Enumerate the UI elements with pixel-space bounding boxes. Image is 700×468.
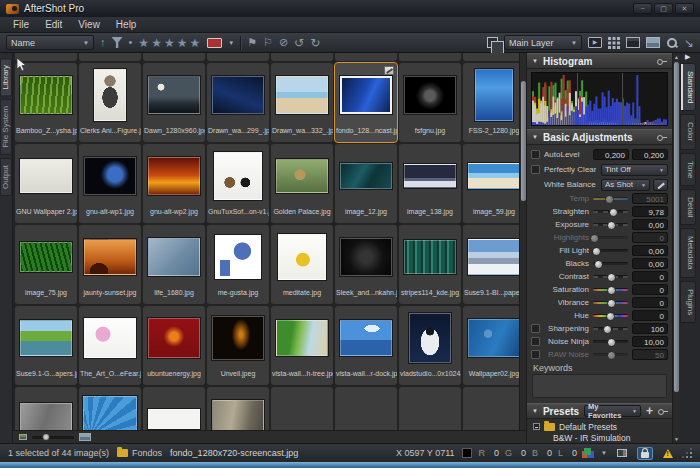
slider-knob[interactable]	[592, 247, 601, 256]
thumbnail-cell[interactable]: image_12.jpg	[335, 144, 397, 223]
star-icon[interactable]: ★	[138, 37, 150, 49]
expand-view-icon[interactable]: ↘	[684, 37, 694, 49]
thumbnail-image[interactable]	[20, 242, 72, 272]
tint-dropdown[interactable]: Tint Off ▼	[601, 164, 668, 176]
thumbnail-size-slider[interactable]	[32, 436, 74, 439]
collapse-icon[interactable]: ▼	[532, 58, 538, 64]
thumbnail-cell[interactable]: FSS-2_1280.jpg	[463, 63, 525, 142]
autolevel-value-1[interactable]: 0,200	[593, 149, 629, 160]
checkbox-noise-ninja[interactable]	[531, 337, 540, 346]
thumbnail-cell[interactable]: Suse9.1-Bl...papers.jpg	[463, 225, 525, 304]
value-hue[interactable]: 0	[632, 310, 668, 321]
thumbnail-cell-partial[interactable]	[271, 53, 333, 61]
maximize-button[interactable]: ▢	[654, 3, 673, 14]
menu-view[interactable]: View	[71, 18, 107, 31]
thumbnail-image[interactable]	[84, 157, 136, 195]
menu-edit[interactable]: Edit	[38, 18, 69, 31]
value-exposure[interactable]: 0,00	[632, 219, 668, 230]
thumbnail-image[interactable]	[340, 76, 392, 114]
thumbnail-cell[interactable]	[207, 387, 269, 433]
thumbnail-image[interactable]	[94, 69, 126, 121]
thumbnail-image[interactable]	[475, 69, 513, 121]
thumbnail-image[interactable]	[404, 164, 456, 188]
thumbnail-cell[interactable]: me-gusta.jpg	[207, 225, 269, 304]
dual-monitor-button[interactable]	[614, 447, 630, 460]
thumbnail-image[interactable]	[276, 76, 328, 114]
slider-temp[interactable]	[593, 197, 628, 200]
add-preset-button[interactable]: +	[646, 405, 653, 417]
thumbnail-cell[interactable]: image_138.jpg	[399, 144, 461, 223]
thumbnail-cell[interactable]: Drawn_wa...332_.jpg	[271, 63, 333, 142]
histogram-header[interactable]: ▼ Histogram	[527, 53, 672, 69]
thumbnail-image[interactable]	[212, 76, 264, 114]
basic-adjustments-header[interactable]: ▼ Basic Adjustments	[527, 129, 672, 145]
panel-tab-plugins[interactable]: Plugins	[680, 281, 696, 323]
collapse-panel-icon[interactable]: ▶	[685, 53, 690, 61]
small-thumbnails-icon[interactable]	[19, 434, 27, 440]
slider-vibrance[interactable]	[593, 301, 628, 304]
thumbnail-image[interactable]	[148, 318, 200, 358]
value-noise-ninja[interactable]: 10,00	[632, 336, 668, 347]
lock-button[interactable]	[637, 447, 653, 460]
flag-outline-icon[interactable]: ⚐	[263, 37, 273, 48]
thumbnail-image[interactable]	[20, 403, 72, 433]
menu-help[interactable]: Help	[109, 18, 144, 31]
reject-icon[interactable]: ⊘	[279, 37, 288, 48]
chevron-down-icon[interactable]: ▼	[228, 40, 234, 46]
sidebar-tab-library[interactable]: Library	[0, 58, 12, 96]
presets-filter-dropdown[interactable]: My Favorites ▼	[584, 405, 641, 417]
color-label-swatch[interactable]	[207, 38, 222, 48]
slider-highlights[interactable]	[593, 236, 628, 239]
thumbnail-cell[interactable]: life_1680.jpg	[143, 225, 205, 304]
thumbnail-image[interactable]	[468, 319, 520, 357]
thumbnail-cell[interactable]: image_59.jpg	[463, 144, 525, 223]
slider-hue[interactable]	[593, 314, 628, 317]
thumbnail-cell[interactable]: GNU Wallpaper 2.jpg	[15, 144, 77, 223]
collapse-icon[interactable]: ▼	[532, 408, 538, 414]
thumbnail-cell-partial[interactable]	[79, 53, 141, 61]
panel-tab-metadata[interactable]: Metadata	[680, 228, 696, 277]
star-icon[interactable]: ★	[164, 37, 176, 49]
thumbnail-view-icon[interactable]	[608, 37, 620, 49]
thumbnail-image[interactable]	[340, 238, 392, 276]
slider-blacks[interactable]	[593, 262, 628, 265]
value-contrast[interactable]: 0	[632, 271, 668, 282]
value-blacks[interactable]: 0,00	[632, 258, 668, 269]
thumbnail-image[interactable]	[404, 240, 456, 274]
thumbnail-cell[interactable]: vladstudio...0x1024.jpg	[399, 306, 461, 385]
thumbnail-image[interactable]	[409, 313, 451, 363]
pin-icon[interactable]	[657, 134, 667, 140]
rotate-left-icon[interactable]: ↺	[294, 37, 304, 49]
autolevel-value-2[interactable]: 0,200	[632, 149, 668, 160]
thumbnail-image[interactable]	[148, 76, 200, 114]
panel-tab-detail[interactable]: Detail	[680, 189, 696, 225]
thumbnail-cell[interactable]	[143, 387, 205, 433]
thumbnail-cell[interactable]: Wallpaper02.jpg	[463, 306, 525, 385]
value-sharpening[interactable]: 100	[632, 323, 668, 334]
thumbnail-image[interactable]	[468, 239, 520, 275]
color-profile-icon[interactable]	[584, 448, 591, 455]
thumbnail-cell[interactable]: Drawn_wa...299_.jpg	[207, 63, 269, 142]
thumbnail-image[interactable]	[20, 76, 72, 114]
keywords-input[interactable]	[532, 374, 667, 398]
thumbnail-cell[interactable]: jaunty-sunset.jpg	[79, 225, 141, 304]
flag-pick-icon[interactable]: ⚑	[247, 37, 257, 48]
slider-noise-ninja[interactable]	[593, 340, 628, 343]
thumbnail-cell[interactable]: vista-wall...h-tree.jpg	[271, 306, 333, 385]
thumbnail-cell[interactable]: Sleek_and...nkahn.jpg	[335, 225, 397, 304]
chevron-down-icon[interactable]: ▼	[601, 450, 607, 456]
sort-dropdown[interactable]: Name ▼	[6, 35, 94, 50]
thumbnail-cell[interactable]: fsfgnu.jpg	[399, 63, 461, 142]
star-icon[interactable]: ★	[189, 37, 201, 49]
thumbnail-cell[interactable]: ubuntuenergy.jpg	[143, 306, 205, 385]
checkbox-raw-noise[interactable]	[531, 350, 540, 359]
thumbnail-image[interactable]	[20, 159, 72, 193]
eyedropper-button[interactable]	[653, 179, 668, 191]
thumbnail-cell[interactable]: fondo_128...ncast.jpg	[335, 63, 397, 142]
warning-button[interactable]: !	[660, 447, 676, 460]
thumbnail-cell[interactable]	[15, 387, 77, 433]
thumbnail-image[interactable]	[404, 76, 456, 114]
thumbnail-image[interactable]	[148, 238, 200, 276]
preset-item[interactable]: Default Presets	[527, 421, 672, 432]
value-saturation[interactable]: 0	[632, 284, 668, 295]
